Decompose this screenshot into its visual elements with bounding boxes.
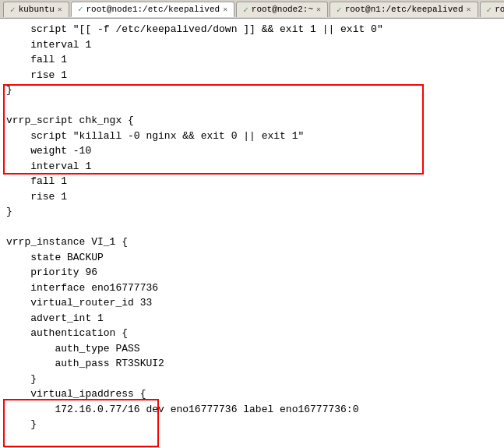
tab-check-icon: ✓ bbox=[337, 5, 342, 15]
tab-close-icon[interactable]: ✕ bbox=[223, 5, 227, 14]
terminal[interactable]: script "[[ -f /etc/keepalived/down ]] &&… bbox=[0, 19, 504, 448]
code-block: script "[[ -f /etc/keepalived/down ]] &&… bbox=[6, 22, 498, 448]
tab-close-icon[interactable]: ✕ bbox=[58, 5, 62, 14]
tab-check-icon: ✓ bbox=[487, 5, 492, 15]
tab-label: root@n2:~ bbox=[495, 5, 504, 14]
tab-node2-home[interactable]: ✓ root@node2:~ ✕ bbox=[236, 2, 328, 17]
tab-label: root@n1:/etc/keepalived bbox=[345, 5, 463, 14]
tab-label: root@node1:/etc/keepalived bbox=[86, 5, 220, 14]
tab-label: root@node2:~ bbox=[252, 5, 313, 14]
tab-n1-keepalived[interactable]: ✓ root@n1:/etc/keepalived ✕ bbox=[330, 2, 478, 17]
tab-close-icon[interactable]: ✕ bbox=[467, 5, 471, 14]
tab-check-icon: ✓ bbox=[78, 4, 83, 14]
tab-check-icon: ✓ bbox=[10, 5, 16, 15]
tab-check-icon: ✓ bbox=[243, 5, 248, 15]
tab-kubuntu[interactable]: ✓ kubuntu ✕ bbox=[3, 2, 69, 17]
tab-label: kubuntu bbox=[19, 5, 55, 14]
tab-bar: ✓ kubuntu ✕ ✓ root@node1:/etc/keepalived… bbox=[0, 0, 504, 19]
tab-n2-home[interactable]: ✓ root@n2:~ bbox=[480, 2, 504, 17]
tab-node1-keepalived[interactable]: ✓ root@node1:/etc/keepalived ✕ bbox=[71, 2, 234, 17]
tab-close-icon[interactable]: ✕ bbox=[316, 5, 321, 14]
